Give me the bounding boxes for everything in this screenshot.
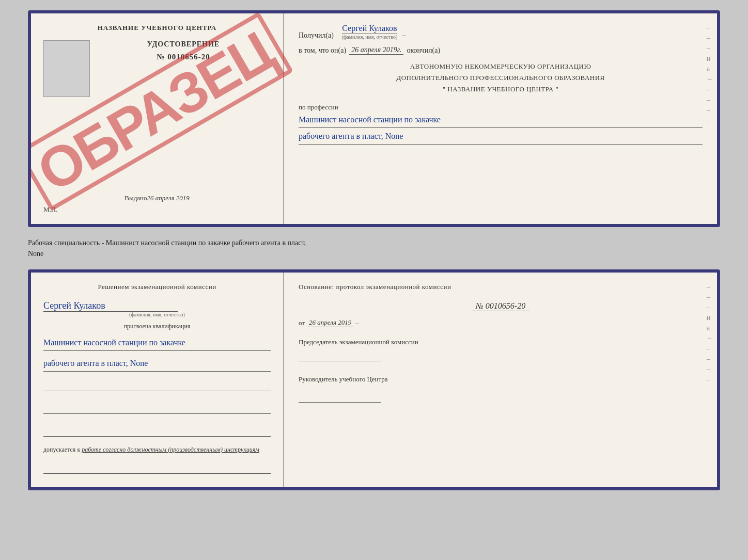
- qualification-line2: рабочего агента в пласт, None: [43, 356, 271, 372]
- bdash-9: –: [707, 365, 714, 374]
- allowed-label: допускается к: [43, 446, 80, 453]
- separator-line2: None: [28, 248, 720, 259]
- bdash-8: –: [707, 355, 714, 363]
- dash-2: –: [707, 34, 714, 42]
- top-document: НАЗВАНИЕ УЧЕБНОГО ЦЕНТРА УДОСТОВЕРЕНИЕ №…: [28, 10, 720, 227]
- blank-line-1: [43, 380, 271, 391]
- protocol-number-block: № 0010656-20: [299, 301, 703, 311]
- profession-line1: Машинист насосной станции по закачке: [299, 113, 703, 128]
- cert-number: № 0010656-20: [157, 53, 210, 61]
- top-left-title: НАЗВАНИЕ УЧЕБНОГО ЦЕНТРА: [98, 24, 217, 32]
- bdash-5: а: [707, 324, 714, 332]
- profession-label: по профессии: [299, 103, 703, 111]
- protocol-date-block: от 26 апреля 2019 –: [299, 318, 703, 327]
- date-label: в том, что он(а): [299, 46, 346, 55]
- right-marks-bottom: – – – и а ← – – – –: [707, 283, 714, 384]
- allowed-block: допускается к работе согласно должностны…: [43, 445, 271, 454]
- cert-label: УДОСТОВЕРЕНИЕ: [147, 40, 220, 49]
- profession-block: по профессии Машинист насосной станции п…: [299, 101, 703, 145]
- dash-6: ←: [707, 75, 714, 84]
- issued-date: 26 апреля 2019: [147, 194, 190, 202]
- bdash-1: –: [707, 283, 714, 291]
- chairman-sign-line: [299, 350, 381, 361]
- bdash-4: и: [707, 314, 714, 322]
- separator-text: Рабочая специальность - Машинист насосно…: [28, 235, 720, 261]
- bottom-right-panel: Основание: протокол экзаменационной коми…: [284, 273, 717, 487]
- blank-line-3: [43, 425, 271, 437]
- qualification-label: присвоена квалификация: [43, 323, 271, 330]
- bdash-3: –: [707, 303, 714, 312]
- bottom-name: Сергей Кулаков: [43, 300, 178, 312]
- date-value: 26 апреля 2019г.: [349, 46, 403, 55]
- protocol-date-dash: –: [355, 319, 359, 327]
- org-block: АВТОНОМНУЮ НЕКОММЕРЧЕСКУЮ ОРГАНИЗАЦИЮ ДО…: [299, 61, 703, 95]
- dash-after-name: –: [400, 31, 406, 40]
- cert-info: УДОСТОВЕРЕНИЕ № 0010656-20: [96, 40, 271, 61]
- chairman-block: Председатель экзаменационной комиссии: [299, 338, 703, 361]
- chairman-label: Председатель экзаменационной комиссии: [299, 338, 703, 347]
- date-row: в том, что он(а) 26 апреля 2019г. окончи…: [299, 46, 703, 55]
- bottom-name-sub: (фамилия, имя, отчество): [43, 312, 271, 317]
- protocol-date: 26 апреля 2019: [307, 318, 353, 327]
- org-line3: " НАЗВАНИЕ УЧЕБНОГО ЦЕНТРА ": [443, 85, 559, 93]
- dash-4: и: [707, 55, 714, 63]
- date-end-label: окончил(а): [407, 46, 440, 55]
- received-row: Получил(а) Сергей Кулаков (фамилия, имя,…: [299, 24, 703, 40]
- director-label: Руководитель учебного Центра: [299, 375, 703, 384]
- dash-9: –: [707, 106, 714, 115]
- blank-line-4: [43, 462, 271, 474]
- right-side-marks: – – – и а ← – – – –: [707, 24, 714, 125]
- protocol-date-prefix: от: [299, 319, 305, 327]
- dashes-col-bottom: – – – и а ← – – – –: [707, 283, 714, 384]
- protocol-number: № 0010656-20: [472, 301, 529, 311]
- bottom-document: Решением экзаменационной комиссии Сергей…: [28, 269, 720, 490]
- dash-10: –: [707, 117, 714, 125]
- dash-3: –: [707, 44, 714, 53]
- basis-title: Основание: протокол экзаменационной коми…: [299, 283, 703, 291]
- mp-label: М.П.: [43, 205, 57, 214]
- stamp-area: УДОСТОВЕРЕНИЕ № 0010656-20: [43, 40, 271, 97]
- bdash-6: ←: [707, 334, 714, 343]
- bottom-left-panel: Решением экзаменационной комиссии Сергей…: [31, 273, 284, 487]
- dash-5: а: [707, 65, 714, 73]
- separator-line1: Рабочая специальность - Машинист насосно…: [28, 237, 720, 248]
- name-block: Сергей Кулаков (фамилия, имя, отчество): [43, 300, 271, 317]
- profession-line2: рабочего агента в пласт, None: [299, 129, 703, 145]
- blank-line-2: [43, 403, 271, 414]
- director-sign-line: [299, 391, 381, 403]
- dashes-col: – – – и а ← – – – –: [707, 24, 714, 125]
- top-left-panel: НАЗВАНИЕ УЧЕБНОГО ЦЕНТРА УДОСТОВЕРЕНИЕ №…: [31, 13, 284, 224]
- allowed-text: работе согласно должностным (производств…: [82, 446, 259, 453]
- bdash-10: –: [707, 376, 714, 384]
- commission-title: Решением экзаменационной комиссии: [43, 283, 271, 291]
- bdash-2: –: [707, 293, 714, 301]
- qualification-line1: Машинист насосной станции по закачке: [43, 335, 271, 351]
- received-label: Получил(а): [299, 31, 334, 40]
- org-line1: АВТОНОМНУЮ НЕКОММЕРЧЕСКУЮ ОРГАНИЗАЦИЮ: [410, 62, 591, 70]
- recipient-name: Сергей Кулаков: [342, 24, 397, 34]
- name-subtext: (фамилия, имя, отчество): [341, 34, 397, 40]
- top-right-panel: Получил(а) Сергей Кулаков (фамилия, имя,…: [284, 13, 717, 224]
- dash-8: –: [707, 96, 714, 104]
- issued-row: Выдано 26 апреля 2019: [43, 190, 271, 202]
- dash-7: –: [707, 86, 714, 94]
- bdash-7: –: [707, 345, 714, 353]
- issued-label: Выдано: [124, 194, 147, 202]
- photo-placeholder: [43, 40, 90, 97]
- org-line2: ДОПОЛНИТЕЛЬНОГО ПРОФЕССИОНАЛЬНОГО ОБРАЗО…: [396, 74, 604, 82]
- dash-1: –: [707, 24, 714, 32]
